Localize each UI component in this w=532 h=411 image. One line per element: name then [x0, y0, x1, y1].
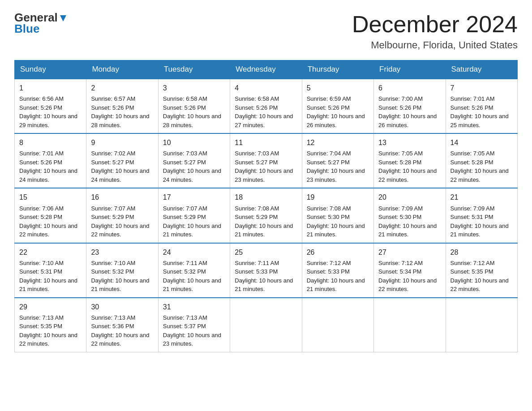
day-info: Sunrise: 7:11 AM Sunset: 5:33 PM Dayligh…: [235, 259, 297, 294]
week-row-1: 1 Sunrise: 6:56 AM Sunset: 5:26 PM Dayli…: [15, 79, 518, 133]
day-number: 17: [163, 192, 225, 202]
day-info: Sunrise: 7:02 AM Sunset: 5:27 PM Dayligh…: [91, 149, 153, 184]
calendar-cell: 25 Sunrise: 7:11 AM Sunset: 5:33 PM Dayl…: [230, 243, 302, 298]
day-number: 3: [163, 83, 225, 93]
day-info: Sunrise: 7:06 AM Sunset: 5:28 PM Dayligh…: [19, 204, 82, 239]
calendar-cell: 24 Sunrise: 7:11 AM Sunset: 5:32 PM Dayl…: [158, 243, 230, 298]
logo: General Blue: [14, 11, 68, 36]
calendar-cell: 30 Sunrise: 7:13 AM Sunset: 5:36 PM Dayl…: [86, 298, 158, 352]
calendar-cell: 27 Sunrise: 7:12 AM Sunset: 5:34 PM Dayl…: [374, 243, 446, 298]
day-info: Sunrise: 7:09 AM Sunset: 5:30 PM Dayligh…: [378, 204, 441, 239]
day-info: Sunrise: 6:59 AM Sunset: 5:26 PM Dayligh…: [307, 94, 369, 129]
day-number: 9: [91, 137, 153, 148]
svg-marker-0: [60, 15, 66, 21]
day-number: 21: [450, 192, 513, 202]
calendar-title: December 2024: [352, 11, 518, 38]
calendar-cell: 12 Sunrise: 7:04 AM Sunset: 5:27 PM Dayl…: [302, 133, 373, 188]
calendar-cell: 5 Sunrise: 6:59 AM Sunset: 5:26 PM Dayli…: [302, 79, 373, 133]
calendar-cell: 22 Sunrise: 7:10 AM Sunset: 5:31 PM Dayl…: [15, 243, 86, 298]
day-info: Sunrise: 7:11 AM Sunset: 5:32 PM Dayligh…: [163, 259, 225, 294]
calendar-cell: [446, 298, 517, 352]
day-number: 28: [450, 247, 513, 257]
calendar-cell: 13 Sunrise: 7:05 AM Sunset: 5:28 PM Dayl…: [374, 133, 446, 188]
day-number: 27: [378, 247, 441, 257]
calendar-cell: [374, 298, 446, 352]
calendar-cell: 16 Sunrise: 7:07 AM Sunset: 5:29 PM Dayl…: [86, 188, 158, 243]
calendar-cell: 2 Sunrise: 6:57 AM Sunset: 5:26 PM Dayli…: [86, 79, 158, 133]
day-info: Sunrise: 7:00 AM Sunset: 5:26 PM Dayligh…: [378, 94, 441, 129]
weekday-header-friday: Friday: [374, 60, 446, 79]
weekday-header-row: SundayMondayTuesdayWednesdayThursdayFrid…: [15, 60, 518, 79]
logo-blue-text: Blue: [14, 22, 39, 36]
calendar-cell: 20 Sunrise: 7:09 AM Sunset: 5:30 PM Dayl…: [374, 188, 446, 243]
calendar-cell: 18 Sunrise: 7:08 AM Sunset: 5:29 PM Dayl…: [230, 188, 302, 243]
weekday-header-wednesday: Wednesday: [230, 60, 302, 79]
day-info: Sunrise: 7:03 AM Sunset: 5:27 PM Dayligh…: [163, 149, 225, 184]
day-info: Sunrise: 6:56 AM Sunset: 5:26 PM Dayligh…: [19, 94, 82, 129]
day-number: 15: [19, 192, 82, 202]
day-info: Sunrise: 7:01 AM Sunset: 5:26 PM Dayligh…: [19, 149, 82, 184]
calendar-table: SundayMondayTuesdayWednesdayThursdayFrid…: [14, 60, 518, 352]
day-number: 22: [19, 247, 82, 257]
day-info: Sunrise: 7:05 AM Sunset: 5:28 PM Dayligh…: [378, 149, 441, 184]
week-row-3: 15 Sunrise: 7:06 AM Sunset: 5:28 PM Dayl…: [15, 188, 518, 243]
day-info: Sunrise: 7:08 AM Sunset: 5:30 PM Dayligh…: [307, 204, 369, 239]
day-info: Sunrise: 7:04 AM Sunset: 5:27 PM Dayligh…: [307, 149, 369, 184]
day-info: Sunrise: 7:09 AM Sunset: 5:31 PM Dayligh…: [450, 204, 513, 239]
day-info: Sunrise: 7:13 AM Sunset: 5:36 PM Dayligh…: [91, 313, 153, 348]
day-info: Sunrise: 7:03 AM Sunset: 5:27 PM Dayligh…: [235, 149, 297, 184]
calendar-cell: 11 Sunrise: 7:03 AM Sunset: 5:27 PM Dayl…: [230, 133, 302, 188]
calendar-cell: 31 Sunrise: 7:13 AM Sunset: 5:37 PM Dayl…: [158, 298, 230, 352]
calendar-cell: 1 Sunrise: 6:56 AM Sunset: 5:26 PM Dayli…: [15, 79, 86, 133]
calendar-cell: 21 Sunrise: 7:09 AM Sunset: 5:31 PM Dayl…: [446, 188, 517, 243]
day-number: 23: [91, 247, 153, 257]
weekday-header-saturday: Saturday: [446, 60, 517, 79]
day-info: Sunrise: 7:07 AM Sunset: 5:29 PM Dayligh…: [163, 204, 225, 239]
day-info: Sunrise: 7:07 AM Sunset: 5:29 PM Dayligh…: [91, 204, 153, 239]
day-number: 12: [307, 137, 369, 148]
weekday-header-thursday: Thursday: [302, 60, 373, 79]
day-info: Sunrise: 7:12 AM Sunset: 5:33 PM Dayligh…: [307, 259, 369, 294]
day-number: 10: [163, 137, 225, 148]
day-info: Sunrise: 7:05 AM Sunset: 5:28 PM Dayligh…: [450, 149, 513, 184]
day-number: 5: [307, 83, 369, 93]
calendar-cell: [230, 298, 302, 352]
week-row-2: 8 Sunrise: 7:01 AM Sunset: 5:26 PM Dayli…: [15, 133, 518, 188]
calendar-cell: 7 Sunrise: 7:01 AM Sunset: 5:26 PM Dayli…: [446, 79, 517, 133]
day-number: 31: [163, 302, 225, 312]
calendar-subtitle: Melbourne, Florida, United States: [352, 39, 518, 51]
day-info: Sunrise: 7:01 AM Sunset: 5:26 PM Dayligh…: [450, 94, 513, 129]
calendar-cell: 17 Sunrise: 7:07 AM Sunset: 5:29 PM Dayl…: [158, 188, 230, 243]
calendar-cell: [302, 298, 373, 352]
day-info: Sunrise: 6:57 AM Sunset: 5:26 PM Dayligh…: [91, 94, 153, 129]
calendar-cell: 3 Sunrise: 6:58 AM Sunset: 5:26 PM Dayli…: [158, 79, 230, 133]
weekday-header-sunday: Sunday: [15, 60, 86, 79]
day-number: 24: [163, 247, 225, 257]
title-section: December 2024 Melbourne, Florida, United…: [352, 11, 518, 51]
day-number: 19: [307, 192, 369, 202]
day-number: 16: [91, 192, 153, 202]
calendar-cell: 26 Sunrise: 7:12 AM Sunset: 5:33 PM Dayl…: [302, 243, 373, 298]
day-info: Sunrise: 6:58 AM Sunset: 5:26 PM Dayligh…: [163, 94, 225, 129]
day-info: Sunrise: 7:12 AM Sunset: 5:34 PM Dayligh…: [378, 259, 441, 294]
day-info: Sunrise: 7:13 AM Sunset: 5:37 PM Dayligh…: [163, 313, 225, 348]
day-number: 6: [378, 83, 441, 93]
day-number: 1: [19, 83, 82, 93]
day-info: Sunrise: 7:12 AM Sunset: 5:35 PM Dayligh…: [450, 259, 513, 294]
calendar-cell: 8 Sunrise: 7:01 AM Sunset: 5:26 PM Dayli…: [15, 133, 86, 188]
day-number: 14: [450, 137, 513, 148]
day-info: Sunrise: 7:10 AM Sunset: 5:31 PM Dayligh…: [19, 259, 82, 294]
day-number: 18: [235, 192, 297, 202]
day-number: 2: [91, 83, 153, 93]
page-header: General Blue December 2024 Melbourne, Fl…: [14, 11, 518, 51]
day-number: 11: [235, 137, 297, 148]
calendar-cell: 28 Sunrise: 7:12 AM Sunset: 5:35 PM Dayl…: [446, 243, 517, 298]
day-number: 4: [235, 83, 297, 93]
calendar-cell: 10 Sunrise: 7:03 AM Sunset: 5:27 PM Dayl…: [158, 133, 230, 188]
calendar-cell: 9 Sunrise: 7:02 AM Sunset: 5:27 PM Dayli…: [86, 133, 158, 188]
calendar-cell: 23 Sunrise: 7:10 AM Sunset: 5:32 PM Dayl…: [86, 243, 158, 298]
calendar-cell: 14 Sunrise: 7:05 AM Sunset: 5:28 PM Dayl…: [446, 133, 517, 188]
calendar-cell: 15 Sunrise: 7:06 AM Sunset: 5:28 PM Dayl…: [15, 188, 86, 243]
weekday-header-tuesday: Tuesday: [158, 60, 230, 79]
day-info: Sunrise: 7:10 AM Sunset: 5:32 PM Dayligh…: [91, 259, 153, 294]
